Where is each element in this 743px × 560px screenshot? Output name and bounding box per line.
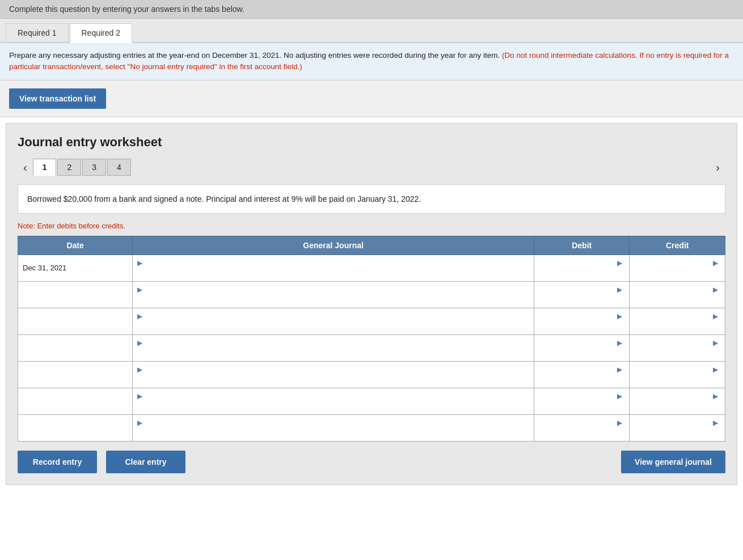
entry-tab-3[interactable]: 3	[82, 159, 106, 176]
debit-arrow-6: ▶	[617, 392, 622, 400]
tab-required1[interactable]: Required 1	[6, 23, 69, 42]
table-row: Dec 31, 2021 ▶ ▶ ▶	[18, 254, 725, 281]
col-header-credit: Credit	[630, 236, 725, 254]
credit-cell-5[interactable]: ▶	[630, 361, 725, 388]
debit-cell-2[interactable]: ▶	[534, 281, 630, 308]
credit-arrow-1: ▶	[713, 259, 718, 267]
journal-arrow-7: ▶	[137, 419, 142, 427]
debit-arrow-1: ▶	[617, 259, 622, 267]
debit-credit-note: Note: Enter debits before credits.	[18, 222, 725, 230]
action-buttons-row: Record entry Clear entry View general jo…	[18, 451, 725, 473]
credit-cell-4[interactable]: ▶	[630, 334, 725, 361]
debit-input-6[interactable]	[539, 400, 625, 411]
credit-cell-6[interactable]: ▶	[630, 388, 725, 414]
entry-tab-1[interactable]: 1	[33, 159, 57, 176]
credit-arrow-4: ▶	[713, 339, 718, 347]
date-cell-5	[18, 361, 133, 388]
journal-arrow-6: ▶	[137, 392, 142, 400]
tab-required2[interactable]: Required 2	[70, 23, 133, 43]
credit-arrow-7: ▶	[713, 419, 718, 427]
date-cell-3	[18, 308, 133, 334]
journal-input-2[interactable]	[137, 294, 529, 304]
credit-input-2[interactable]	[634, 294, 720, 304]
debit-cell-6[interactable]: ▶	[534, 388, 630, 414]
debit-input-5[interactable]	[539, 374, 625, 384]
journal-cell-2[interactable]: ▶	[133, 281, 534, 308]
table-row: ▶ ▶ ▶	[18, 281, 725, 308]
credit-arrow-5: ▶	[713, 366, 718, 374]
top-instruction-text: Complete this question by entering your …	[9, 5, 244, 14]
debit-arrow-5: ▶	[617, 366, 622, 374]
journal-cell-3[interactable]: ▶	[133, 308, 534, 334]
table-row: ▶ ▶ ▶	[18, 388, 725, 414]
journal-arrow-3: ▶	[137, 312, 142, 320]
tabs-container: Required 1 Required 2	[0, 19, 743, 43]
credit-cell-2[interactable]: ▶	[630, 281, 725, 308]
top-instruction-bar: Complete this question by entering your …	[0, 0, 743, 19]
credit-arrow-6: ▶	[713, 392, 718, 400]
credit-input-5[interactable]	[634, 374, 720, 384]
debit-cell-7[interactable]: ▶	[534, 414, 630, 441]
entry-tabs-row: ‹ 1 2 3 4 ›	[18, 159, 725, 176]
table-row: ▶ ▶ ▶	[18, 308, 725, 334]
instruction-box: Prepare any necessary adjusting entries …	[0, 43, 743, 80]
table-row: ▶ ▶ ▶	[18, 361, 725, 388]
next-entry-arrow[interactable]: ›	[710, 159, 725, 176]
credit-input-3[interactable]	[634, 320, 720, 331]
journal-cell-1[interactable]: ▶	[133, 254, 534, 281]
clear-entry-button[interactable]: Clear entry	[106, 451, 185, 473]
table-row: ▶ ▶ ▶	[18, 334, 725, 361]
credit-cell-1[interactable]: ▶	[630, 254, 725, 281]
journal-input-3[interactable]	[137, 320, 529, 331]
credit-input-4[interactable]	[634, 347, 720, 358]
journal-arrow-4: ▶	[137, 339, 142, 347]
journal-input-6[interactable]	[137, 400, 529, 411]
credit-cell-7[interactable]: ▶	[630, 414, 725, 441]
worksheet-container: Journal entry worksheet ‹ 1 2 3 4 › Borr…	[6, 123, 737, 485]
entry-tab-2[interactable]: 2	[57, 159, 81, 176]
debit-input-7[interactable]	[539, 427, 625, 438]
journal-input-4[interactable]	[137, 347, 529, 358]
credit-input-6[interactable]	[634, 400, 720, 411]
journal-cell-4[interactable]: ▶	[133, 334, 534, 361]
col-header-journal: General Journal	[133, 236, 534, 254]
entry-tab-4[interactable]: 4	[107, 159, 131, 176]
debit-input-1[interactable]	[539, 267, 625, 278]
debit-cell-4[interactable]: ▶	[534, 334, 630, 361]
journal-cell-7[interactable]: ▶	[133, 414, 534, 441]
date-cell-6	[18, 388, 133, 414]
credit-cell-3[interactable]: ▶	[630, 308, 725, 334]
journal-arrow-5: ▶	[137, 366, 142, 374]
credit-input-7[interactable]	[634, 427, 720, 438]
credit-input-1[interactable]	[634, 267, 720, 278]
date-cell-1: Dec 31, 2021	[18, 254, 133, 281]
journal-input-7[interactable]	[137, 427, 529, 438]
debit-input-3[interactable]	[539, 320, 625, 331]
debit-input-4[interactable]	[539, 347, 625, 358]
credit-arrow-3: ▶	[713, 312, 718, 320]
prev-entry-arrow[interactable]: ‹	[18, 159, 33, 176]
table-row: ▶ ▶ ▶	[18, 414, 725, 441]
date-cell-4	[18, 334, 133, 361]
journal-cell-5[interactable]: ▶	[133, 361, 534, 388]
journal-cell-6[interactable]: ▶	[133, 388, 534, 414]
journal-arrow-2: ▶	[137, 286, 142, 294]
worksheet-title: Journal entry worksheet	[18, 135, 725, 150]
view-transaction-row: View transaction list	[0, 80, 743, 117]
date-cell-2	[18, 281, 133, 308]
record-entry-button[interactable]: Record entry	[18, 451, 97, 473]
transaction-description: Borrowed $20,000 from a bank and signed …	[18, 184, 725, 214]
debit-cell-3[interactable]: ▶	[534, 308, 630, 334]
debit-cell-5[interactable]: ▶	[534, 361, 630, 388]
view-transaction-button[interactable]: View transaction list	[9, 88, 106, 109]
col-header-debit: Debit	[534, 236, 630, 254]
journal-table: Date General Journal Debit Credit Dec 31…	[18, 236, 725, 442]
journal-input-5[interactable]	[137, 374, 529, 384]
debit-input-2[interactable]	[539, 294, 625, 304]
debit-arrow-4: ▶	[617, 339, 622, 347]
debit-cell-1[interactable]: ▶	[534, 254, 630, 281]
debit-arrow-3: ▶	[617, 312, 622, 320]
journal-input-1[interactable]	[137, 267, 529, 278]
view-general-journal-button[interactable]: View general journal	[621, 451, 725, 473]
debit-arrow-2: ▶	[617, 286, 622, 294]
